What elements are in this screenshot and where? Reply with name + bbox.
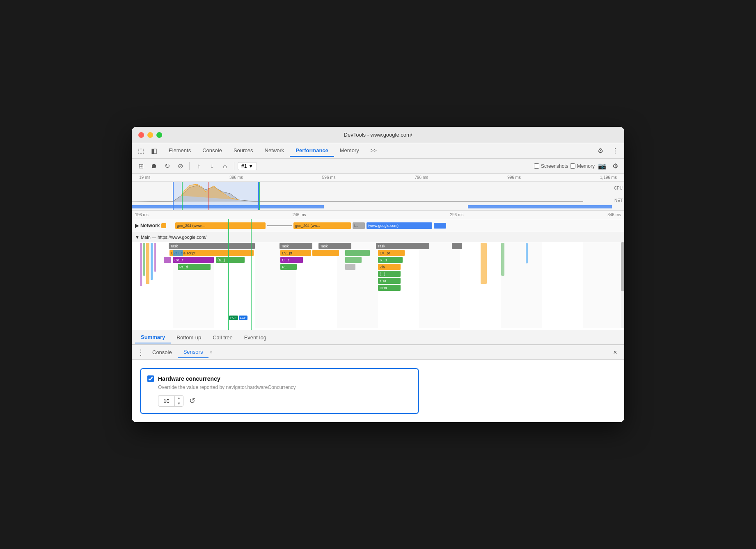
task-block-4: Task bbox=[376, 243, 429, 249]
download-button[interactable]: ↓ bbox=[206, 160, 218, 172]
screenshots-label: Screenshots bbox=[541, 163, 568, 169]
screenshots-checkbox-label[interactable]: Screenshots bbox=[534, 163, 568, 169]
main-thread-label: Main — https://www.google.com/ bbox=[141, 235, 206, 240]
flame-row-co: Co...t (a...) C...t R...s bbox=[132, 257, 624, 264]
tab-bar-right: ⚙ ⋮ bbox=[595, 145, 621, 157]
timeline-overview-section: 19 ms 396 ms 596 ms 796 ms 996 ms 1,196 … bbox=[132, 174, 624, 211]
right-block-2 bbox=[501, 243, 504, 276]
stepper-down-button[interactable]: ▼ bbox=[175, 401, 183, 406]
misc-block-5 bbox=[345, 264, 355, 270]
network-expand-icon[interactable]: ▶ bbox=[135, 223, 139, 229]
settings-icon[interactable]: ⚙ bbox=[595, 145, 606, 157]
net-overview-bar bbox=[132, 205, 612, 208]
timeline-overview-area[interactable]: CPU NET bbox=[132, 182, 624, 210]
right-block-3 bbox=[526, 243, 528, 263]
inspect-icon[interactable]: ⬚ bbox=[135, 145, 147, 157]
detail-mark-0: 196 ms bbox=[135, 213, 149, 217]
tab-console[interactable]: Console bbox=[197, 145, 228, 157]
misc-block-1 bbox=[173, 250, 183, 256]
network-row: ▶ Network gen_204 (www.... gen_204 (ww..… bbox=[132, 219, 624, 232]
close-tab-icon[interactable]: × bbox=[209, 350, 212, 355]
left-col-2 bbox=[143, 243, 145, 276]
device-icon[interactable]: ◧ bbox=[148, 145, 160, 157]
tab-more[interactable]: >> bbox=[365, 145, 383, 157]
scrollbar-track[interactable] bbox=[621, 242, 624, 328]
tab-summary[interactable]: Summary bbox=[135, 332, 171, 343]
sidebar-toggle-button[interactable]: ⊞ bbox=[135, 160, 147, 172]
perf-settings-button[interactable]: ⚙ bbox=[609, 160, 621, 172]
screenshots-checkbox[interactable] bbox=[534, 163, 539, 169]
record-select-value: #1 bbox=[241, 163, 247, 169]
main-expand-icon[interactable]: ▼ bbox=[135, 235, 140, 240]
record-button[interactable]: ⏺ bbox=[148, 160, 160, 172]
current-marker bbox=[208, 182, 209, 210]
home-button[interactable]: ⌂ bbox=[219, 160, 231, 172]
capture-button[interactable]: 📷 bbox=[596, 160, 608, 172]
timeline-detail: 196 ms 246 ms 296 ms 346 ms ▶ Network ge… bbox=[132, 211, 624, 330]
reset-button[interactable]: ↺ bbox=[188, 396, 197, 405]
minimize-button[interactable] bbox=[147, 132, 153, 138]
hw-concurrency-checkbox[interactable] bbox=[147, 375, 154, 382]
clear-button[interactable]: ⊘ bbox=[174, 160, 186, 172]
drawer-content: Hardware concurrency Override the value … bbox=[132, 360, 624, 422]
tab-network[interactable]: Network bbox=[259, 145, 290, 157]
memory-checkbox-label[interactable]: Memory bbox=[570, 163, 595, 169]
tab-elements[interactable]: Elements bbox=[163, 145, 197, 157]
start-marker bbox=[182, 182, 183, 210]
close-button[interactable] bbox=[138, 132, 144, 138]
left-col-1 bbox=[140, 243, 142, 286]
cpu-chart bbox=[132, 183, 612, 204]
flame-row-pr: Pr...d P... Zia bbox=[132, 264, 624, 271]
stepper-buttons: ▲ ▼ bbox=[175, 396, 183, 406]
mark-0: 19 ms bbox=[139, 175, 150, 180]
tab-call-tree[interactable]: Call tree bbox=[207, 332, 238, 343]
tab-memory[interactable]: Memory bbox=[334, 145, 365, 157]
flame-row-eval: Evaluate script Ev...pt Ev...pt bbox=[132, 250, 624, 257]
network-bar-container: gen_204 (www.... gen_204 (ww... I... (ww… bbox=[171, 222, 621, 229]
scrollbar-thumb[interactable] bbox=[621, 242, 624, 291]
task-block-5 bbox=[452, 243, 462, 249]
upload-button[interactable]: ↑ bbox=[193, 160, 204, 172]
mark-1: 396 ms bbox=[229, 175, 243, 180]
maximize-button[interactable] bbox=[156, 132, 162, 138]
zia-block: Zia bbox=[378, 264, 401, 270]
drawer-menu-button[interactable]: ⋮ bbox=[135, 347, 147, 358]
drawer-tab-sensors[interactable]: Sensors bbox=[178, 346, 209, 358]
record-select[interactable]: #1 ▼ bbox=[238, 162, 257, 170]
hw-controls: 10 ▲ ▼ ↺ bbox=[147, 395, 412, 407]
detail-mark-1: 246 ms bbox=[293, 213, 306, 217]
tab-sources[interactable]: Sources bbox=[228, 145, 259, 157]
net-label: NET bbox=[614, 198, 623, 203]
pr-block-1: Pr...d bbox=[178, 264, 211, 270]
flame-row-tasks: Task Task Task Task bbox=[132, 243, 624, 250]
network-color-indicator bbox=[161, 223, 166, 228]
paren-block: (...) bbox=[378, 271, 401, 277]
tab-event-log[interactable]: Event log bbox=[238, 332, 272, 343]
ruler-marks: 19 ms 396 ms 596 ms 796 ms 996 ms 1,196 … bbox=[135, 175, 621, 180]
task-block-3: Task bbox=[318, 243, 351, 249]
left-col-3 bbox=[146, 243, 149, 284]
memory-checkbox[interactable] bbox=[570, 163, 575, 169]
stepper-up-button[interactable]: ▲ bbox=[175, 396, 183, 401]
drawer-tab-bar: ⋮ Console Sensors × × bbox=[132, 345, 624, 360]
devtools-body: ⬚ ◧ Elements Console Sources Network Per… bbox=[132, 143, 624, 422]
detail-mark-3: 346 ms bbox=[607, 213, 621, 217]
misc-block-2 bbox=[164, 257, 171, 263]
drawer: ⋮ Console Sensors × × Hardware concurren… bbox=[132, 345, 624, 422]
concurrency-stepper[interactable]: 10 ▲ ▼ bbox=[158, 395, 183, 407]
dha-block: DHa bbox=[378, 285, 401, 291]
drawer-tab-console[interactable]: Console bbox=[147, 347, 178, 358]
flame-chart[interactable]: Task Task Task Task Evaluate script Ev..… bbox=[132, 242, 624, 328]
co-block-1: Co...t bbox=[173, 257, 214, 263]
drawer-close-button[interactable]: × bbox=[609, 347, 621, 358]
flame-row-zha: zHa bbox=[132, 278, 624, 285]
eval-block-4: Ev...pt bbox=[378, 250, 405, 256]
reload-button[interactable]: ↻ bbox=[161, 160, 173, 172]
lcp-badge: LCP bbox=[239, 316, 248, 320]
more-icon[interactable]: ⋮ bbox=[609, 145, 621, 157]
divider-2 bbox=[234, 162, 234, 170]
tab-bottom-up[interactable]: Bottom-up bbox=[171, 332, 207, 343]
misc-block-4 bbox=[345, 257, 362, 263]
end-marker bbox=[259, 182, 260, 210]
tab-performance[interactable]: Performance bbox=[290, 145, 334, 157]
